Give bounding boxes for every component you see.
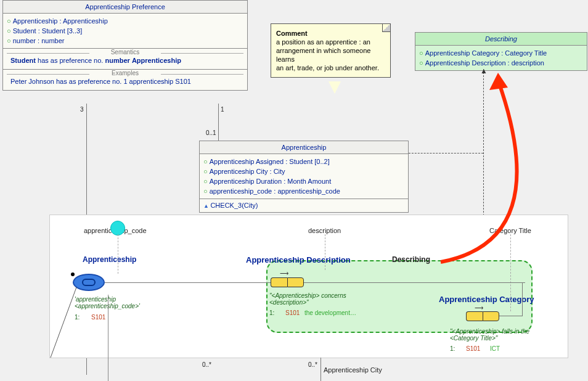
connector-line	[522, 282, 523, 316]
entity-title: Describing	[415, 33, 587, 46]
attr-row: Apprenticeship Assigned : Student [0..2]	[203, 157, 404, 166]
entity-apprenticeship-preference[interactable]: Apprenticeship Preference Apprenticeship…	[2, 0, 248, 91]
section-label: Semantics	[7, 49, 243, 55]
connector-line	[105, 282, 525, 283]
sem-word: has as preference no.	[36, 57, 105, 64]
comment-line: an art, trade, or job under another.	[276, 63, 385, 72]
semantics-section: Semantics Student has as preference no. …	[3, 49, 247, 70]
comment-note[interactable]: Comment a position as an apprentice : an…	[271, 23, 391, 78]
connector-line	[49, 282, 99, 359]
multiplicity-label: 3	[80, 106, 84, 113]
examples-text: Peter Johnson has as preference no. 1 ap…	[7, 76, 243, 88]
describing-label: Describing	[392, 255, 430, 264]
multiplicity-label: 0..1	[206, 129, 216, 136]
connector-line	[321, 358, 321, 381]
entity-attrs: Apprenticeship Category : Category Title…	[415, 46, 587, 70]
predicate-text: "<Apprenticeship> concerns	[269, 292, 346, 299]
section-label: Examples	[7, 70, 243, 76]
sem-word: number	[105, 57, 129, 64]
end-dot-icon	[71, 272, 75, 276]
attr-row: Apprenticeship City : City	[203, 166, 404, 176]
attr-row: Apprenticeship Duration : Month Amount	[203, 176, 404, 186]
comment-line: arrangement in which someone learns	[276, 46, 385, 63]
population-index: 1:	[269, 309, 274, 316]
entity-describing[interactable]: Describing Apprenticeship Category : Cat…	[415, 32, 587, 71]
predicate-text: <description>"	[269, 299, 309, 306]
population-value: the development…	[304, 309, 356, 316]
population-value: ICT	[490, 345, 500, 352]
arrow-icon: ⟶	[280, 270, 288, 277]
comment-tail-icon	[329, 81, 341, 94]
comment-line: a position as an apprentice : an	[276, 38, 385, 46]
predicate-text: "<Apprenticeship> falls in the	[450, 328, 529, 335]
multiplicity-label: 1	[221, 106, 224, 113]
connector-line	[108, 295, 108, 381]
entity-label: Apprenticeship Category	[439, 295, 534, 304]
attr-row: Student : Student [3..3]	[7, 26, 243, 36]
entity-label: Apprenticeship Description	[246, 255, 351, 264]
connector-line	[499, 316, 523, 316]
attr-row: Apprenticeship : Apprenticeship	[7, 16, 243, 26]
orm-role-pair[interactable]	[271, 277, 304, 287]
connector-line	[218, 104, 219, 142]
check-row: CHECK_3(City)	[200, 199, 408, 212]
attr-row: Apprenticeship Category : Category Title	[419, 48, 583, 58]
entity-attrs: Apprenticeship : Apprenticeship Student …	[3, 14, 247, 49]
value-type-label: Category Title	[489, 227, 531, 234]
population-value: S101	[466, 345, 480, 352]
multiplicity-label: 0..*	[308, 361, 317, 368]
entity-attrs: Apprenticeship Assigned : Student [0..2]…	[200, 154, 408, 199]
attr-row: Apprenticeship Description : description	[419, 58, 583, 68]
semantics-text: Student has as preference no. number App…	[7, 55, 243, 67]
orm-role-pair[interactable]	[466, 311, 499, 321]
population-index: 1:	[450, 345, 455, 352]
sem-word: Student	[10, 57, 36, 64]
sem-word: Apprenticeship	[132, 57, 181, 64]
dashed-connector	[118, 234, 118, 274]
entity-title: Apprenticeship Preference	[3, 1, 247, 14]
examples-section: Examples Peter Johnson has as preference…	[3, 70, 247, 90]
arrow-head-icon: ▲	[480, 67, 488, 75]
svg-marker-1	[489, 73, 508, 90]
predicate-text: <Category Title>"	[450, 335, 497, 342]
arrow-icon: ⟶	[475, 305, 483, 311]
svg-line-0	[51, 287, 76, 358]
entity-label: Apprenticeship	[83, 255, 136, 264]
value-type-label: description	[308, 227, 341, 234]
entity-title: Apprenticeship	[200, 141, 408, 154]
highlight-dot	[110, 221, 125, 236]
entity-label: Apprenticeship City	[324, 366, 382, 374]
population-value: S101	[285, 309, 300, 316]
dashed-connector	[409, 153, 483, 154]
multiplicity-label: 0..*	[202, 361, 211, 368]
attr-row: apprenticeship_code : apprenticeship_cod…	[203, 186, 404, 196]
entity-apprenticeship[interactable]: Apprenticeship Apprenticeship Assigned :…	[199, 141, 409, 213]
dashed-connector	[325, 234, 325, 270]
comment-heading: Comment	[276, 29, 385, 38]
dashed-connector	[510, 234, 511, 311]
attr-row: number : number	[7, 36, 243, 46]
